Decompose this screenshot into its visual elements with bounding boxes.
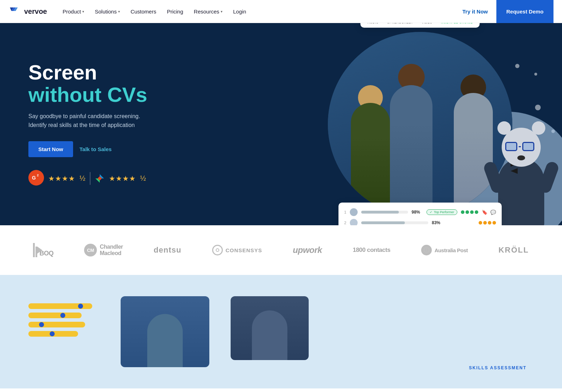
chevron-down-icon: ▾: [118, 10, 120, 13]
score-dot: [461, 210, 464, 214]
result-bar-fill: [361, 211, 398, 214]
nav-links: Product ▾ Solutions ▾ Customers Pricing …: [59, 6, 454, 17]
score-dot: [465, 210, 469, 214]
chandler-text: Chandler Macleod: [100, 244, 123, 256]
nav-login[interactable]: Login: [229, 6, 250, 17]
talk-to-sales-link[interactable]: Talk to Sales: [79, 146, 112, 152]
equalizer-bars: [28, 303, 99, 337]
koala-ear-right: [532, 121, 545, 135]
logo-dentsu: dentsu: [154, 245, 181, 255]
koala-ear-left: [497, 121, 511, 135]
try-now-button[interactable]: Try it Now: [454, 6, 496, 17]
score-dot: [475, 210, 478, 214]
hero-image-circle: [328, 32, 512, 216]
boq-logo: BOQ: [33, 243, 54, 257]
g2-badge: G 2: [28, 170, 44, 187]
consensys-text: CONSENSYS: [226, 247, 262, 253]
dentsu-text: dentsu: [154, 245, 181, 255]
hero-visual: 📊 AUDIO ⊞ SPREADSHEET ▷ VIDEO ☰ MULTIPLE…: [278, 23, 562, 225]
result-percentage: 83%: [432, 220, 443, 225]
score-dot: [488, 221, 491, 225]
assessment-type-tabs: 📊 AUDIO ⊞ SPREADSHEET ▷ VIDEO ☰ MULTIPLE…: [360, 23, 480, 28]
cm-icon: CM: [84, 244, 97, 256]
logo-kroll: KRÖLL: [498, 245, 529, 255]
eq-dot-3[interactable]: [39, 322, 44, 327]
eq-bar-4: [28, 331, 78, 337]
nav-resources[interactable]: Resources ▾: [189, 6, 227, 17]
chevron-down-icon: ▾: [82, 10, 84, 13]
score-dot: [492, 221, 496, 225]
rank-number: 1: [344, 210, 346, 214]
logo[interactable]: vervoe: [9, 5, 47, 18]
start-now-button[interactable]: Start Now: [28, 141, 73, 157]
candidate-result-row: 2 83%: [344, 217, 496, 225]
eq-bar-1: [28, 303, 92, 309]
kroll-text: KRÖLL: [498, 245, 529, 255]
top-performer-badge: ✓ Top Performer: [426, 209, 457, 215]
eq-dot-1[interactable]: [78, 304, 83, 309]
navbar: vervoe Product ▾ Solutions ▾ Customers P…: [0, 0, 562, 23]
eq-bar-3: [28, 322, 85, 327]
result-score-bar: [361, 221, 428, 224]
chevron-down-icon: ▾: [221, 10, 222, 13]
logo-upwork: upwork: [293, 245, 322, 255]
nav-customers[interactable]: Customers: [126, 6, 161, 17]
logo-consensys: CONSENSYS: [212, 245, 262, 255]
auspost-text: Australia Post: [435, 247, 468, 253]
svg-point-3: [28, 170, 44, 186]
score-dots: [479, 221, 496, 225]
score-dot: [470, 210, 474, 214]
auspost-icon: 🌐: [421, 245, 432, 255]
score-dot: [483, 221, 487, 225]
skills-assessment-label: SKILLS ASSESSMENT: [469, 364, 527, 371]
rating-half-star-2: ½: [140, 174, 146, 182]
rating-stars-2: ★★★★: [109, 174, 136, 183]
photo-placeholder-1: [121, 296, 209, 367]
nav-cta-group: Try it Now Request Demo: [454, 0, 553, 23]
logo-text: vervoe: [24, 7, 47, 16]
video-tab[interactable]: ▷ VIDEO: [422, 23, 432, 24]
koala-nose: [517, 155, 525, 160]
logo-auspost: 🌐 Australia Post: [421, 245, 468, 255]
candidate-avatar: [350, 208, 358, 216]
request-demo-button[interactable]: Request Demo: [496, 0, 553, 23]
ratings-divider: [90, 172, 90, 185]
contacts-text: 1800 contacts: [353, 247, 390, 254]
svg-text:G: G: [32, 175, 36, 181]
hero-ratings: G 2 ★★★★ ½ ★★★★ ½: [28, 170, 156, 187]
koala-glasses: [505, 142, 534, 151]
nav-product[interactable]: Product ▾: [59, 6, 89, 17]
svg-text:2: 2: [37, 173, 39, 177]
check-icon: ✓: [430, 210, 432, 214]
consensys-icon: [212, 245, 223, 255]
koala-body: [498, 158, 544, 225]
nav-pricing[interactable]: Pricing: [162, 6, 187, 17]
audio-tab[interactable]: 📊 AUDIO: [368, 23, 379, 24]
result-actions: 🔖 💬: [482, 210, 496, 215]
hero-content: Screen without CVs Say goodbye to painfu…: [28, 61, 156, 187]
logo-chandler: CM Chandler Macleod: [84, 244, 123, 256]
eq-dot-2[interactable]: [60, 313, 65, 318]
hero-section: Screen without CVs Say goodbye to painfu…: [0, 23, 562, 225]
spreadsheet-tab[interactable]: ⊞ SPREADSHEET: [387, 23, 413, 24]
score-dot: [479, 221, 482, 225]
message-icon[interactable]: 💬: [490, 210, 496, 215]
candidate-result-row: 1 98% ✓ Top Performer 🔖: [344, 207, 496, 217]
bookmark-icon[interactable]: 🔖: [482, 210, 487, 215]
eq-dot-4[interactable]: [50, 331, 55, 336]
hero-title: Screen without CVs: [28, 61, 156, 106]
rating-stars-1: ★★★★: [48, 174, 75, 183]
upwork-text: upwork: [293, 245, 322, 255]
eq-bar-2: [28, 313, 82, 318]
nav-solutions[interactable]: Solutions ▾: [90, 6, 124, 17]
rank-number: 2: [344, 221, 346, 225]
result-score-bar: [361, 211, 408, 214]
candidate-results-card: 1 98% ✓ Top Performer 🔖: [338, 203, 502, 225]
hero-subtitle: Say goodbye to painful candidate screeni…: [28, 112, 156, 130]
bottom-section: SKILLS ASSESSMENT: [0, 275, 562, 388]
logo-1800contacts: 1800 contacts: [353, 247, 390, 254]
multiple-choice-tab[interactable]: ☰ MULTIPLE CHOICE: [441, 23, 473, 24]
hero-buttons: Start Now Talk to Sales: [28, 141, 156, 157]
photo-placeholder-2: [231, 296, 309, 360]
result-percentage: 98%: [412, 210, 423, 215]
